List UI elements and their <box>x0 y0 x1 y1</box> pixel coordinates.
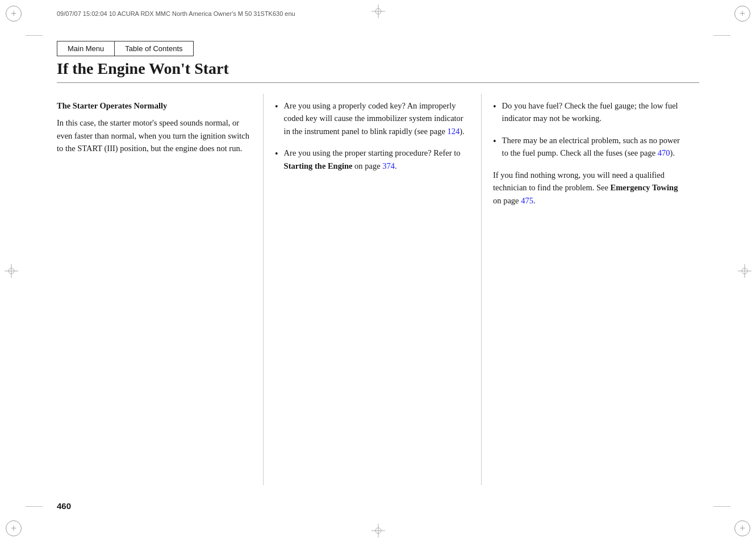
crosshair-top <box>370 3 386 19</box>
bold-emergency-towing: Emergency Towing <box>611 183 678 192</box>
corner-line-br <box>713 506 730 507</box>
content-area: The Starter Operates Normally In this ca… <box>57 94 699 485</box>
list-item: There may be an electrical problem, such… <box>493 134 688 160</box>
col1-body: In this case, the starter motor's speed … <box>57 116 252 155</box>
reg-mark-tr <box>734 6 750 22</box>
page: 09/07/07 15:02:04 10 ACURA RDX MMC North… <box>0 0 756 542</box>
col2-bullet-list: Are you using a properly coded key? An i… <box>275 99 470 172</box>
column-3: Do you have fuel? Check the fuel gauge; … <box>482 94 699 485</box>
page-link-470[interactable]: 470 <box>658 148 670 157</box>
column-1: The Starter Operates Normally In this ca… <box>57 94 264 485</box>
crosshair-left <box>3 263 19 279</box>
list-item: Do you have fuel? Check the fuel gauge; … <box>493 99 688 125</box>
corner-line-tl <box>26 35 43 36</box>
nav-buttons: Main Menu Table of Contents <box>57 41 194 56</box>
bullet-text: Do you have fuel? Check the fuel gauge; … <box>502 99 688 125</box>
page-link-374[interactable]: 374 <box>382 161 395 170</box>
main-menu-button[interactable]: Main Menu <box>57 41 114 56</box>
reg-mark-bl <box>6 520 22 536</box>
crosshair-bottom <box>370 523 386 539</box>
bullet-text: Are you using the proper starting proced… <box>284 147 470 172</box>
section-heading: The Starter Operates Normally <box>57 99 252 112</box>
bullet-text: Are you using a properly coded key? An i… <box>284 99 470 137</box>
page-number: 460 <box>57 501 71 511</box>
page-title: If the Engine Won't Start <box>57 60 699 83</box>
col3-footer: If you find nothing wrong, you will need… <box>493 169 688 207</box>
reg-mark-br <box>734 520 750 536</box>
column-2: Are you using a properly coded key? An i… <box>264 94 482 485</box>
col3-bullet-list: Do you have fuel? Check the fuel gauge; … <box>493 99 688 160</box>
corner-line-tr <box>713 35 730 36</box>
bold-starting-engine: Starting the Engine <box>284 161 353 170</box>
bullet-text: There may be an electrical problem, such… <box>502 134 688 160</box>
header-meta: 09/07/07 15:02:04 10 ACURA RDX MMC North… <box>57 10 295 17</box>
list-item: Are you using a properly coded key? An i… <box>275 99 470 137</box>
crosshair-right <box>737 263 753 279</box>
toc-button[interactable]: Table of Contents <box>114 41 193 56</box>
reg-mark-tl <box>6 6 22 22</box>
corner-line-bl <box>26 506 43 507</box>
page-link-475[interactable]: 475 <box>521 196 533 205</box>
page-link-124[interactable]: 124 <box>448 127 460 136</box>
list-item: Are you using the proper starting proced… <box>275 147 470 172</box>
